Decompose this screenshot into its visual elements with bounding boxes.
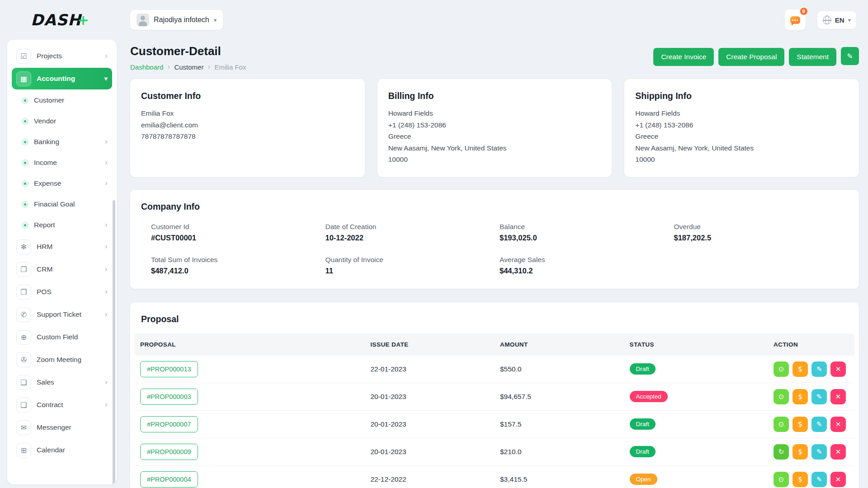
- page-header-left: Customer-Detail Dashboard›Customer›Emili…: [130, 44, 246, 71]
- language-selector[interactable]: EN ▾: [817, 11, 856, 29]
- sidebar-item-projects[interactable]: ☑Projects›: [12, 45, 112, 67]
- sidebar-item-crm[interactable]: ❐CRM›: [12, 258, 112, 280]
- chevron-right-icon: ›: [105, 138, 108, 146]
- notifications-button[interactable]: 9: [785, 9, 806, 30]
- sidebar-item-label: Finacial Goal: [34, 200, 75, 208]
- sidebar-item-support-ticket[interactable]: ✆Support Ticket›: [12, 304, 112, 325]
- main-content: Customer-Detail Dashboard›Customer›Emili…: [130, 40, 868, 488]
- dollar-action-button[interactable]: $: [793, 444, 808, 460]
- dollar-action-button[interactable]: $: [793, 472, 808, 487]
- sidebar-item-custom-field[interactable]: ⊕Custom Field: [12, 326, 112, 348]
- info-line: Greece: [388, 131, 601, 142]
- dollar-action-button[interactable]: $: [793, 389, 808, 404]
- trash-action-button[interactable]: ✕: [830, 472, 846, 487]
- dollar-action-button[interactable]: $: [793, 417, 808, 432]
- create-proposal-button[interactable]: Create Proposal: [718, 48, 784, 66]
- sidebar-item-expense[interactable]: Expense›: [12, 174, 112, 193]
- breadcrumb-customer[interactable]: Customer: [174, 63, 203, 71]
- sidebar-item-label: Messenger: [37, 423, 71, 432]
- row-actions: ↻$✎✕: [774, 444, 849, 460]
- edit-action-button[interactable]: ✎: [811, 361, 827, 377]
- proposal-id-button[interactable]: #PROP000004: [140, 471, 198, 488]
- sidebar-item-accounting[interactable]: ▦Accounting▾: [12, 68, 112, 89]
- sidebar-item-label: Customer: [34, 96, 64, 104]
- banking-bullet-icon: [22, 139, 28, 145]
- chevron-right-icon: ›: [105, 288, 108, 296]
- app-logo[interactable]: DASH +: [0, 11, 118, 29]
- proposal-id-button[interactable]: #PROP000009: [140, 444, 198, 460]
- proposal-id-button[interactable]: #PROP000007: [140, 416, 198, 432]
- statement-button[interactable]: Statement: [789, 48, 836, 66]
- sidebar-item-sales[interactable]: ❏Sales›: [12, 371, 112, 393]
- edit-action-button[interactable]: ✎: [811, 444, 827, 460]
- sidebar-nav: ☑Projects›▦Accounting▾CustomerVendorBank…: [7, 45, 117, 461]
- sidebar-item-vendor[interactable]: Vendor: [12, 111, 112, 131]
- sidebar-item-customer[interactable]: Customer: [12, 90, 112, 110]
- edit-action-button[interactable]: ✎: [811, 389, 827, 404]
- eye-action-button[interactable]: ⊙: [774, 472, 789, 487]
- sidebar-item-messenger[interactable]: ✉Messenger: [12, 417, 112, 438]
- sidebar-scrollbar[interactable]: [113, 200, 115, 484]
- trash-action-button[interactable]: ✕: [830, 417, 846, 432]
- edit-action-button[interactable]: ✎: [811, 417, 827, 432]
- proposal-id-button[interactable]: #PROP000003: [140, 389, 198, 405]
- sidebar-item-label: Sales: [37, 378, 54, 386]
- sidebar-item-label: Support Ticket: [37, 310, 81, 319]
- edit-action-button[interactable]: ✎: [811, 472, 827, 487]
- sidebar-item-calendar[interactable]: ⊞Calendar: [12, 439, 112, 461]
- chevron-right-icon: ›: [105, 310, 108, 319]
- topbar: DASH + Rajodiya infotech ▾ 9 EN ▾: [0, 0, 868, 40]
- sidebar-item-label: Vendor: [34, 117, 56, 125]
- card-title: Billing Info: [388, 91, 601, 101]
- info-line: Greece: [635, 131, 848, 142]
- proposal-id-button[interactable]: #PROP000013: [140, 361, 198, 377]
- sidebar-item-zoom-meeting[interactable]: ✇Zoom Meeting: [12, 349, 112, 371]
- info-line: +1 (248) 153-2086: [388, 119, 601, 131]
- company-field-balance: Balance$193,025.0: [500, 223, 674, 242]
- edit-customer-button[interactable]: ✎: [841, 47, 859, 65]
- breadcrumb-dashboard[interactable]: Dashboard: [130, 63, 163, 71]
- issue-date-cell: 22-12-2022: [365, 465, 495, 488]
- create-invoice-button[interactable]: Create Invoice: [653, 48, 714, 66]
- sidebar-item-label: Expense: [34, 179, 61, 188]
- table-row: #PROP00001322-01-2023$550.0Draft⊙$✎✕: [135, 356, 854, 383]
- sidebar-item-hrm[interactable]: ✻HRM›: [12, 236, 112, 258]
- eye-action-button[interactable]: ⊙: [774, 417, 789, 432]
- chevron-right-icon: ›: [105, 265, 108, 273]
- company-name: Rajodiya infotech: [154, 16, 209, 24]
- sidebar-item-pos[interactable]: ❒POS›: [12, 281, 112, 303]
- pos-icon: ❒: [16, 285, 31, 300]
- info-line: +1 (248) 153-2086: [635, 119, 848, 131]
- trash-action-button[interactable]: ✕: [830, 361, 846, 377]
- status-badge: Open: [630, 474, 657, 485]
- sidebar-item-finacial-goal[interactable]: Finacial Goal: [12, 194, 112, 214]
- row-actions: ⊙$✎✕: [774, 389, 849, 404]
- proposal-table-body: #PROP00001322-01-2023$550.0Draft⊙$✎✕#PRO…: [135, 356, 854, 488]
- trash-action-button[interactable]: ✕: [830, 444, 846, 460]
- info-line: emilia@client.com: [141, 119, 354, 131]
- trash-action-button[interactable]: ✕: [830, 389, 846, 404]
- language-label: EN: [835, 16, 844, 24]
- eye-action-button[interactable]: ⊙: [774, 389, 789, 404]
- chevron-down-icon: ▾: [848, 17, 851, 23]
- eye-action-button[interactable]: ⊙: [774, 361, 789, 377]
- company-field-total-sum-of-invoices: Total Sum of Invoices$487,412.0: [151, 256, 326, 275]
- refresh-action-button[interactable]: ↻: [774, 444, 789, 460]
- company-field-average-sales: Average Sales$44,310.2: [500, 256, 674, 275]
- field-value: 10-12-2022: [326, 234, 500, 242]
- info-line: New Aasamj, New York, United States: [388, 142, 601, 154]
- sidebar-item-contract[interactable]: ❑Contract›: [12, 394, 112, 416]
- column-header-status: STATUS: [624, 333, 768, 356]
- chat-bubble-icon: [790, 16, 800, 24]
- sidebar-item-income[interactable]: Income›: [12, 153, 112, 173]
- amount-cell: $550.0: [495, 356, 624, 383]
- sidebar-item-banking[interactable]: Banking›: [12, 132, 112, 152]
- company-avatar: [137, 14, 149, 26]
- sidebar-item-report[interactable]: Report›: [12, 215, 112, 235]
- billing-info-lines: Howard Fields+1 (248) 153-2086GreeceNew …: [388, 108, 601, 165]
- company-selector[interactable]: Rajodiya infotech ▾: [130, 10, 223, 30]
- breadcrumb-separator-icon: ›: [167, 63, 170, 71]
- status-badge: Draft: [630, 446, 656, 457]
- crm-icon: ❐: [16, 262, 31, 277]
- dollar-action-button[interactable]: $: [793, 361, 808, 377]
